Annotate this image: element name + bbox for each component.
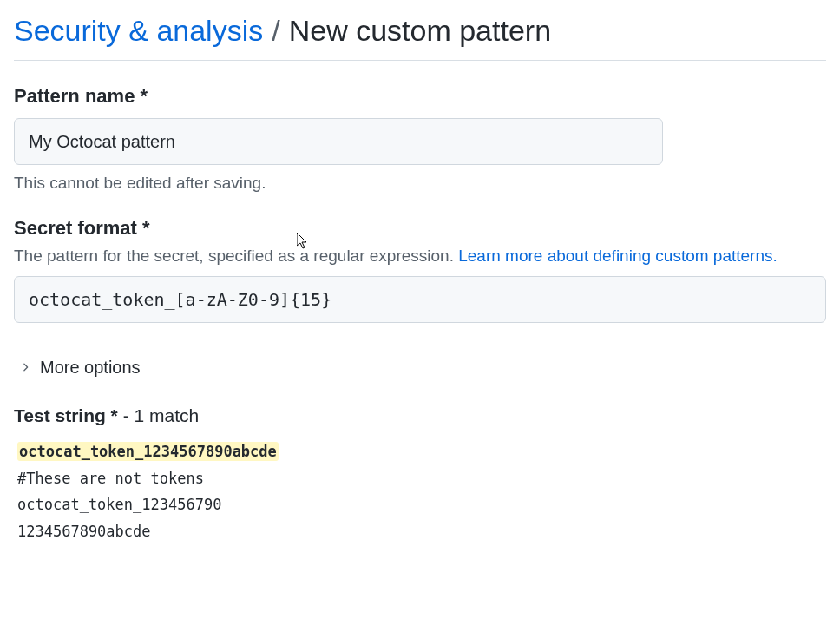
test-string-match-highlight: octocat_token_1234567890abcde bbox=[17, 442, 279, 461]
test-string-group: Test string * - 1 match octocat_token_12… bbox=[14, 405, 826, 546]
more-options-toggle[interactable]: More options bbox=[19, 354, 141, 381]
secret-format-group: Secret format * The pattern for the secr… bbox=[14, 217, 826, 323]
secret-format-description: The pattern for the secret, specified as… bbox=[14, 247, 826, 266]
learn-more-link[interactable]: Learn more about defining custom pattern… bbox=[458, 247, 778, 265]
test-string-line: octocat_token_123456790 bbox=[17, 496, 221, 513]
page-header: Security & analysis / New custom pattern bbox=[14, 14, 826, 61]
breadcrumb-parent-link[interactable]: Security & analysis bbox=[14, 14, 263, 48]
chevron-right-icon bbox=[19, 358, 31, 378]
breadcrumb-separator: / bbox=[272, 14, 279, 48]
test-string-match-count: - 1 match bbox=[118, 405, 199, 425]
test-string-area[interactable]: octocat_token_1234567890abcde #These are… bbox=[14, 437, 826, 546]
secret-format-label: Secret format * bbox=[14, 217, 826, 240]
page-title: New custom pattern bbox=[289, 14, 551, 48]
pattern-name-input[interactable] bbox=[14, 118, 663, 165]
secret-format-desc-text: The pattern for the secret, specified as… bbox=[14, 247, 458, 265]
pattern-name-note: This cannot be edited after saving. bbox=[14, 174, 826, 193]
more-options-label: More options bbox=[40, 358, 141, 378]
pattern-name-group: Pattern name * This cannot be edited aft… bbox=[14, 85, 826, 193]
test-string-line: 1234567890abcde bbox=[17, 523, 151, 540]
test-string-heading: Test string * - 1 match bbox=[14, 405, 826, 426]
test-string-label: Test string * bbox=[14, 405, 118, 425]
pattern-name-label: Pattern name * bbox=[14, 85, 826, 108]
secret-format-input[interactable] bbox=[14, 276, 826, 323]
test-string-line: #These are not tokens bbox=[17, 470, 204, 487]
